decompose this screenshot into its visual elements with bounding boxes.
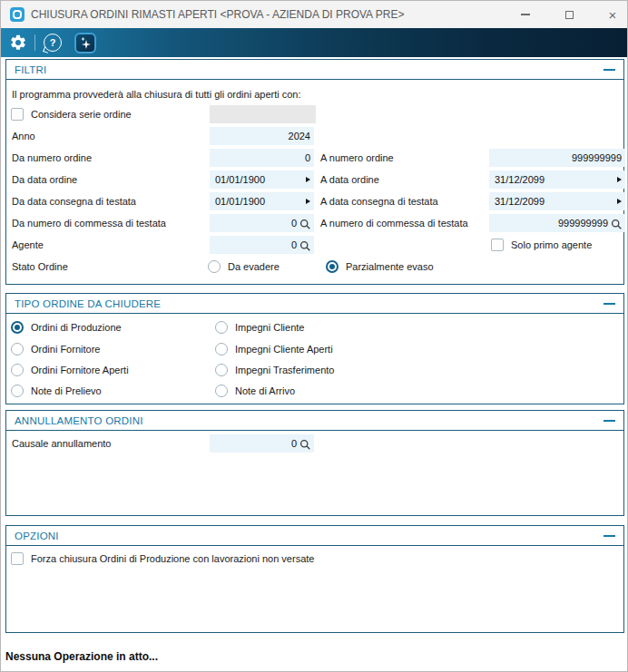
serie-ordine-field — [210, 105, 316, 123]
help-icon: ? — [44, 34, 62, 52]
radio-impegni-cliente-aperti[interactable] — [215, 343, 228, 355]
radio-ordini-produzione[interactable] — [11, 321, 24, 334]
agente-field[interactable]: 0 — [210, 236, 314, 254]
da-data-consegna-value: 01/01/1900 — [215, 196, 265, 207]
ai-assistant-button[interactable] — [74, 33, 97, 53]
causale-annullamento-value: 0 — [291, 438, 297, 449]
a-commessa-label: A numero di commessa di testata — [320, 214, 468, 232]
a-data-ordine-field[interactable]: 31/12/2099 — [489, 170, 625, 189]
a-commessa-field[interactable]: 999999999 — [489, 214, 625, 232]
help-button[interactable]: ? — [43, 33, 63, 53]
titlebar: CHIUSURA ORDINI RIMASTI APERTI <PROVA - … — [1, 1, 627, 28]
radio-da-evadere[interactable] — [208, 260, 221, 273]
solo-primo-agente-checkbox[interactable] — [491, 239, 504, 251]
considera-serie-checkbox[interactable] — [11, 108, 24, 121]
date-picker-arrow-icon[interactable] — [306, 199, 310, 204]
section-opzioni-title: OPZIONI — [15, 531, 59, 541]
search-icon[interactable] — [611, 218, 623, 229]
search-icon[interactable] — [299, 218, 311, 229]
close-icon: × — [609, 7, 617, 23]
filtri-intro-text: Il programma provvederà alla chiusura di… — [12, 85, 301, 103]
section-filtri-header: FILTRI — [6, 60, 623, 80]
a-data-consegna-value: 31/12/2099 — [495, 196, 545, 207]
da-data-ordine-field[interactable]: 01/01/1900 — [210, 170, 314, 189]
maximize-icon — [565, 11, 574, 19]
toolbar-divider — [34, 34, 35, 51]
date-picker-arrow-icon[interactable] — [617, 177, 622, 182]
section-filtri: FILTRI Il programma provvederà alla chiu… — [5, 59, 624, 285]
stato-ordine-label: Stato Ordine — [12, 258, 68, 276]
radio-note-di-arrivo[interactable] — [215, 385, 228, 397]
section-tipo-ordine: TIPO ORDINE DA CHIUDERE Ordini di Produz… — [5, 293, 624, 404]
toolbar: ? Trova (Alt+F1) Esci — [1, 28, 627, 57]
section-tipo-ordine-header: TIPO ORDINE DA CHIUDERE — [6, 294, 623, 314]
radio-impegni-trasferimento-label: Impegni Trasferimento — [235, 361, 334, 379]
section-annullamento: ANNULLAMENTO ORDINI Causale annullamento… — [5, 410, 624, 516]
search-icon[interactable] — [299, 438, 311, 450]
maximize-button[interactable] — [554, 1, 584, 28]
search-icon[interactable] — [299, 239, 311, 251]
radio-ordini-fornitore-label: Ordini Fornitore — [31, 340, 100, 358]
collapse-icon[interactable] — [603, 303, 615, 305]
collapse-icon[interactable] — [603, 69, 615, 71]
collapse-icon[interactable] — [603, 535, 615, 537]
section-annullamento-header: ANNULLAMENTO ORDINI — [6, 411, 623, 431]
radio-impegni-cliente[interactable] — [215, 321, 228, 334]
section-filtri-title: FILTRI — [15, 64, 47, 75]
section-tipo-ordine-title: TIPO ORDINE DA CHIUDERE — [15, 298, 161, 309]
causale-annullamento-label: Causale annullamento — [12, 434, 111, 453]
da-commessa-value: 0 — [291, 218, 297, 229]
da-numero-ordine-label: Da numero ordine — [12, 149, 92, 167]
a-data-ordine-value: 31/12/2099 — [495, 174, 545, 185]
radio-impegni-trasferimento[interactable] — [215, 364, 228, 376]
status-text: Nessuna Operazione in atto... — [5, 650, 158, 663]
radio-ordini-fornitore-aperti[interactable] — [11, 364, 24, 376]
radio-note-di-prelievo-label: Note di Prelievo — [31, 382, 102, 400]
gear-icon — [9, 34, 27, 52]
minimize-button[interactable] — [510, 1, 541, 28]
collapse-icon[interactable] — [603, 420, 615, 422]
da-numero-ordine-field[interactable]: 0 — [210, 149, 314, 167]
da-commessa-field[interactable]: 0 — [210, 214, 314, 232]
forza-chiusura-label: Forza chiusura Ordini di Produzione con … — [31, 550, 314, 568]
settings-button[interactable] — [8, 33, 28, 53]
a-data-ordine-label: A data ordine — [320, 170, 379, 189]
a-numero-ordine-field[interactable]: 999999999 — [489, 149, 625, 167]
section-annullamento-title: ANNULLAMENTO ORDINI — [15, 415, 143, 426]
minimize-icon — [521, 14, 530, 15]
da-commessa-label: Da numero di commessa di testata — [12, 214, 166, 232]
anno-field[interactable]: 2024 — [210, 127, 314, 145]
da-data-ordine-label: Da data ordine — [12, 170, 77, 189]
causale-annullamento-field[interactable]: 0 — [210, 434, 314, 453]
radio-impegni-cliente-label: Impegni Cliente — [235, 318, 304, 336]
radio-ordini-fornitore-aperti-label: Ordini Fornitore Aperti — [31, 361, 129, 379]
date-picker-arrow-icon[interactable] — [306, 177, 310, 182]
a-data-consegna-field[interactable]: 31/12/2099 — [489, 192, 625, 210]
radio-da-evadere-label: Da evadere — [228, 258, 280, 276]
app-window: CHIUSURA ORDINI RIMASTI APERTI <PROVA - … — [0, 0, 628, 672]
date-picker-arrow-icon[interactable] — [617, 199, 622, 204]
considera-serie-label: Considera serie ordine — [31, 105, 132, 123]
da-data-ordine-value: 01/01/1900 — [215, 174, 265, 185]
da-data-consegna-field[interactable]: 01/01/1900 — [210, 192, 314, 210]
agente-label: Agente — [12, 236, 44, 254]
window-title: CHIUSURA ORDINI RIMASTI APERTI <PROVA - … — [31, 1, 404, 28]
radio-ordini-fornitore[interactable] — [11, 343, 24, 355]
radio-impegni-cliente-aperti-label: Impegni Cliente Aperti — [235, 340, 333, 358]
a-data-consegna-label: A data consegna di testata — [320, 192, 438, 210]
agente-value: 0 — [291, 239, 297, 250]
a-commessa-value: 999999999 — [558, 218, 608, 229]
close-button[interactable]: × — [597, 1, 628, 28]
radio-note-di-prelievo[interactable] — [11, 385, 24, 397]
radio-parzialmente-evaso[interactable] — [326, 260, 339, 273]
section-opzioni-header: OPZIONI — [6, 526, 623, 546]
solo-primo-agente-label: Solo primo agente — [511, 236, 592, 254]
anno-label: Anno — [12, 127, 35, 145]
radio-ordini-produzione-label: Ordini di Produzione — [31, 318, 122, 336]
radio-parzialmente-evaso-label: Parzialmente evaso — [346, 258, 434, 276]
forza-chiusura-checkbox[interactable] — [11, 552, 24, 565]
section-opzioni: OPZIONI Forza chiusura Ordini di Produzi… — [5, 525, 624, 633]
da-data-consegna-label: Da data consegna di testata — [12, 192, 136, 210]
sparkle-icon — [74, 33, 96, 54]
a-numero-ordine-label: A numero ordine — [320, 149, 394, 167]
